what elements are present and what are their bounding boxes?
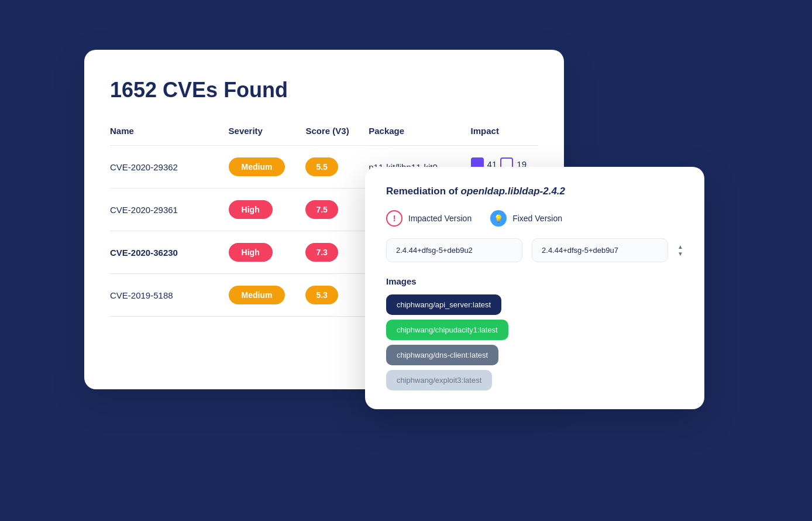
fixed-version: 2.4.44+dfsg-5+deb9u7 xyxy=(532,238,668,262)
severity-cell: High xyxy=(229,188,306,231)
score-badge: 5.3 xyxy=(305,286,338,304)
severity-cell: High xyxy=(229,231,306,274)
col-impact: Impact xyxy=(471,126,538,146)
images-label: Images xyxy=(386,276,683,286)
score-badge: 7.5 xyxy=(305,200,338,219)
version-row: 2.4.44+dfsg-5+deb9u2 2.4.44+dfsg-5+deb9u… xyxy=(386,238,683,262)
severity-badge: Medium xyxy=(229,286,285,304)
image-tag[interactable]: chiphwang/api_server:latest xyxy=(386,294,501,315)
version-arrows: ▲ ▼ xyxy=(677,244,683,257)
legend-row: ! Impacted Version 💡 Fixed Version xyxy=(386,210,683,227)
page-title: 1652 CVEs Found xyxy=(110,78,538,102)
cve-name: CVE-2020-29361 xyxy=(110,188,229,231)
fixed-icon: 💡 xyxy=(490,210,507,227)
severity-badge: High xyxy=(229,243,273,262)
col-name: Name xyxy=(110,126,229,146)
impacted-version: 2.4.44+dfsg-5+deb9u2 xyxy=(386,238,522,262)
score-badge: 5.5 xyxy=(305,157,338,176)
image-tag[interactable]: chiphwang/chipudacity1:latest xyxy=(386,320,508,340)
score-cell: 5.5 xyxy=(305,146,369,188)
image-tag[interactable]: chiphwang/exploit3:latest xyxy=(386,370,492,390)
severity-badge: High xyxy=(229,200,273,219)
score-cell: 7.3 xyxy=(305,231,369,274)
score-cell: 7.5 xyxy=(305,188,369,231)
severity-cell: Medium xyxy=(229,274,306,317)
legend-fixed: 💡 Fixed Version xyxy=(490,210,562,227)
severity-badge: Medium xyxy=(229,157,285,176)
impacted-icon: ! xyxy=(386,210,402,227)
score-cell: 5.3 xyxy=(305,274,369,317)
score-badge: 7.3 xyxy=(305,243,338,262)
image-tags-list: chiphwang/api_server:latestchiphwang/chi… xyxy=(386,294,683,390)
remediation-title: Remediation of openldap.libldap-2.4.2 xyxy=(386,186,683,197)
col-severity: Severity xyxy=(229,126,306,146)
legend-impacted: ! Impacted Version xyxy=(386,210,472,227)
remediation-card: Remediation of openldap.libldap-2.4.2 ! … xyxy=(365,167,704,409)
cve-name: CVE-2019-5188 xyxy=(110,274,229,317)
cve-name: CVE-2020-36230 xyxy=(110,231,229,274)
col-score: Score (V3) xyxy=(305,126,369,146)
col-package: Package xyxy=(369,126,470,146)
cve-name: CVE-2020-29362 xyxy=(110,146,229,188)
image-tag[interactable]: chiphwang/dns-client:latest xyxy=(386,345,498,365)
severity-cell: Medium xyxy=(229,146,306,188)
